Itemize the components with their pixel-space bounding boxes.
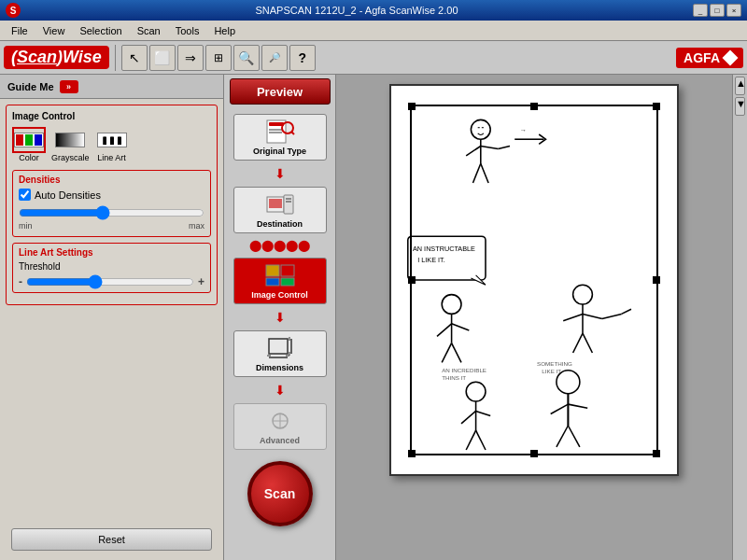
dimensions-label: Dimensions (256, 363, 303, 372)
app-logo: (Scan)Wise (4, 46, 109, 69)
guide-me-arrows[interactable]: » (60, 80, 78, 93)
min-label: min (19, 221, 33, 231)
original-type-icon (265, 119, 295, 145)
advanced-icon (265, 408, 295, 434)
zoom-in-button[interactable]: 🔍 (233, 45, 260, 71)
step-dimensions[interactable]: Dimensions (233, 330, 327, 377)
step-divider-1: ⬇ (275, 166, 286, 181)
app-title: SNAPSCAN 1212U_2 - Agfa ScanWise 2.00 (21, 5, 693, 16)
max-label: max (189, 221, 204, 231)
menu-file[interactable]: File (4, 23, 35, 38)
step-original-type[interactable]: Original Type (233, 114, 327, 161)
svg-line-33 (481, 163, 488, 183)
densities-section: Densities Auto Densities min max (12, 170, 211, 237)
reset-button[interactable]: Reset (11, 528, 212, 551)
agfa-logo: AGFA (676, 48, 743, 68)
step-image-control[interactable]: Image Control (233, 258, 327, 304)
svg-point-39 (442, 295, 461, 315)
select-tool-button[interactable]: ↖ (121, 45, 148, 71)
threshold-minus[interactable]: - (19, 275, 22, 288)
svg-line-32 (472, 163, 480, 183)
auto-densities-checkbox[interactable] (19, 189, 31, 201)
menubar: File View Selection Scan Tools Help (0, 21, 747, 41)
scan-preview: → AN INSTRUCTABLE I LIKE IT. (389, 84, 679, 476)
preview-area: → AN INSTRUCTABLE I LIKE IT. (336, 75, 732, 560)
image-control-step-icon (265, 262, 295, 288)
svg-point-53 (466, 382, 486, 401)
scroll-down[interactable]: ▼ (735, 97, 745, 116)
line-art-settings-section: Line Art Settings Threshold - + (12, 243, 211, 293)
svg-line-29 (466, 146, 481, 155)
menu-scan[interactable]: Scan (130, 23, 168, 38)
help-button[interactable]: ? (289, 45, 316, 71)
svg-line-64 (568, 426, 579, 447)
svg-line-63 (557, 426, 568, 447)
svg-rect-13 (266, 278, 279, 286)
step-divider-3: ⬇ (275, 310, 286, 325)
zoom-out-button[interactable]: 🔎 (261, 45, 288, 71)
svg-line-50 (622, 309, 631, 314)
minimize-button[interactable]: _ (693, 4, 708, 17)
zoom-fit-button[interactable]: ⊞ (205, 45, 232, 71)
step-destination[interactable]: Destination (233, 187, 327, 233)
svg-line-57 (466, 430, 475, 450)
svg-point-45 (573, 285, 593, 304)
preview-button[interactable]: Preview (230, 78, 331, 105)
svg-line-30 (481, 146, 499, 148)
rect-select-button[interactable]: ⬜ (149, 45, 176, 71)
menu-selection[interactable]: Selection (72, 23, 129, 38)
menu-tools[interactable]: Tools (168, 23, 207, 38)
grayscale-gradient (55, 133, 85, 147)
grayscale-label: Grayscale (51, 153, 90, 162)
scroll-up[interactable]: ▲ (735, 77, 745, 95)
svg-line-48 (583, 314, 602, 318)
lineart-bars: ▐▌▐▌▐▌ (97, 133, 127, 147)
maximize-button[interactable]: □ (710, 4, 725, 17)
svg-text:LIKE IT: LIKE IT (542, 368, 561, 374)
slider-labels: min max (19, 221, 204, 231)
svg-line-62 (568, 404, 587, 408)
color-option[interactable]: Color (12, 127, 46, 162)
svg-line-51 (573, 333, 583, 353)
svg-rect-7 (269, 199, 282, 208)
svg-text:I LIKE IT.: I LIKE IT. (417, 256, 444, 264)
grayscale-icon (53, 127, 87, 153)
right-scrollbar[interactable]: ▲ ▼ (732, 75, 747, 560)
close-button[interactable]: × (726, 4, 741, 17)
destination-icon (265, 191, 295, 217)
svg-line-42 (452, 324, 470, 330)
menu-view[interactable]: View (35, 23, 73, 38)
densities-slider[interactable] (19, 206, 204, 219)
svg-line-31 (499, 146, 510, 148)
svg-line-58 (476, 430, 486, 450)
threshold-plus[interactable]: + (198, 275, 204, 288)
lineart-label: Line Art (97, 153, 126, 162)
svg-text:THINS IT: THINS IT (442, 374, 466, 381)
image-type-row: Color Grayscale ▐▌▐▌▐▌ Line A (12, 127, 211, 162)
blue-bar (35, 134, 42, 146)
scan-button[interactable]: Scan (247, 461, 313, 526)
svg-line-43 (442, 343, 451, 363)
menu-help[interactable]: Help (206, 23, 243, 38)
window-controls: _ □ × (693, 4, 741, 17)
svg-line-55 (461, 411, 476, 424)
title-bar: S SNAPSCAN 1212U_2 - Agfa ScanWise 2.00 … (0, 0, 747, 21)
guide-me-bar: Guide Me » (0, 75, 223, 99)
svg-line-41 (437, 324, 452, 337)
auto-densities-row: Auto Densities (19, 189, 204, 201)
grayscale-option[interactable]: Grayscale (51, 127, 90, 162)
line-art-settings-title: Line Art Settings (19, 247, 204, 258)
auto-densities-label[interactable]: Auto Densities (35, 189, 101, 201)
svg-rect-8 (284, 195, 293, 214)
step-advanced[interactable]: Advanced (233, 403, 327, 450)
svg-rect-11 (266, 265, 279, 276)
forward-button[interactable]: ⇒ (177, 45, 204, 71)
threshold-slider[interactable] (26, 275, 194, 288)
svg-line-49 (602, 314, 622, 318)
color-icon (12, 127, 46, 153)
agfa-diamond (723, 49, 739, 65)
densities-title: Densities (19, 175, 204, 185)
scan-drawing: → AN INSTRUCTABLE I LIKE IT. (391, 86, 677, 474)
lineart-option[interactable]: ▐▌▐▌▐▌ Line Art (95, 127, 129, 162)
svg-text:AN INSTRUCTABLE: AN INSTRUCTABLE (413, 245, 475, 253)
